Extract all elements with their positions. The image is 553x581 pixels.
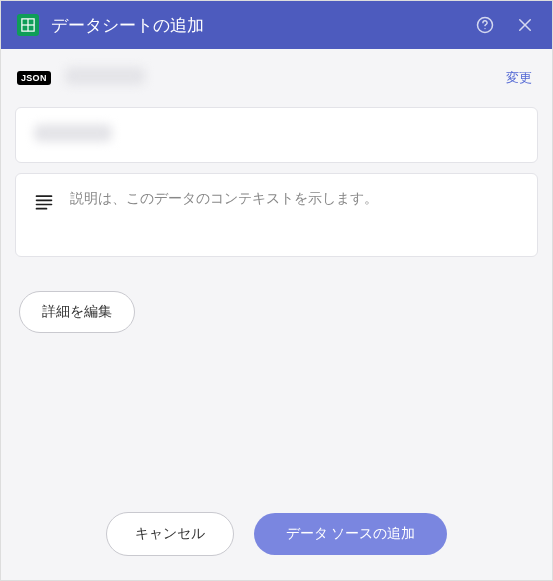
header-actions bbox=[474, 14, 536, 36]
description-placeholder: 説明は、このデータのコンテキストを示します。 bbox=[70, 190, 378, 208]
edit-details-button[interactable]: 詳細を編集 bbox=[19, 291, 135, 333]
dialog-footer: キャンセル データ ソースの追加 bbox=[1, 492, 552, 580]
source-name-redacted bbox=[65, 67, 145, 85]
name-value-redacted bbox=[34, 124, 112, 142]
description-card[interactable]: 説明は、このデータのコンテキストを示します。 bbox=[15, 173, 538, 257]
dialog-header: データシートの追加 bbox=[1, 1, 552, 49]
google-sheets-icon bbox=[17, 14, 39, 36]
change-source-link[interactable]: 変更 bbox=[506, 69, 532, 87]
json-badge: JSON bbox=[17, 71, 51, 85]
close-icon[interactable] bbox=[514, 14, 536, 36]
help-icon[interactable] bbox=[474, 14, 496, 36]
dialog-title: データシートの追加 bbox=[51, 14, 474, 37]
name-card[interactable] bbox=[15, 107, 538, 163]
cancel-button[interactable]: キャンセル bbox=[106, 512, 234, 556]
add-datasheet-dialog: データシートの追加 JSON 変更 bbox=[0, 0, 553, 581]
dialog-body: JSON 変更 説明は、このデータのコンテキストを示します。 詳細を編集 bbox=[1, 49, 552, 492]
source-name bbox=[65, 67, 506, 89]
description-lines-icon bbox=[34, 192, 54, 216]
add-data-source-button[interactable]: データ ソースの追加 bbox=[254, 513, 448, 555]
data-source-row: JSON 変更 bbox=[15, 49, 538, 107]
svg-point-4 bbox=[484, 28, 485, 29]
